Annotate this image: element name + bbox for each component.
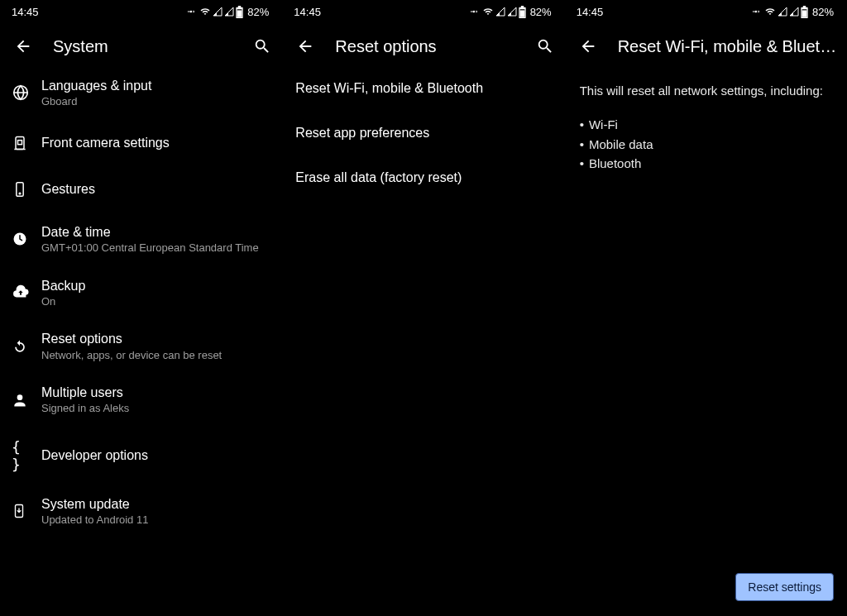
header: System (0, 23, 282, 66)
status-indicators: 82% (184, 6, 269, 18)
arrow-back-icon (579, 37, 597, 55)
restore-icon (12, 338, 28, 355)
item-title: Languages & input (41, 78, 151, 93)
header: Reset options (282, 23, 564, 66)
signal-1-icon (213, 7, 223, 17)
bullet-list: Wi-Fi Mobile data Bluetooth (565, 115, 847, 173)
svg-rect-3 (18, 140, 22, 144)
vpn-key-icon (467, 7, 481, 16)
cloud-upload-icon (12, 284, 30, 302)
front-camera-icon (12, 135, 28, 151)
status-indicators: 82% (467, 6, 552, 18)
option-reset-network[interactable]: Reset Wi-Fi, mobile & Bluetooth (282, 66, 564, 111)
status-bar: 14:45 82% (282, 0, 564, 23)
item-title: Date & time (41, 224, 259, 240)
item-title: Developer options (41, 447, 148, 463)
back-button[interactable] (295, 36, 315, 56)
signal-2-icon (507, 7, 517, 17)
arrow-back-icon (296, 37, 314, 55)
item-title: Gestures (41, 181, 95, 197)
item-system-update[interactable]: System update Updated to Android 11 (0, 485, 282, 538)
bullet-bluetooth: Bluetooth (580, 154, 832, 173)
svg-rect-11 (802, 10, 807, 17)
svg-point-8 (17, 394, 23, 400)
header: Reset Wi-Fi, mobile & Blueto… (565, 23, 847, 66)
item-sub: On (41, 295, 85, 308)
bullet-mobile-data: Mobile data (580, 135, 832, 154)
status-indicators: 82% (749, 6, 834, 18)
signal-2-icon (224, 7, 234, 17)
reset-settings-button[interactable]: Reset settings (735, 573, 834, 601)
svg-rect-0 (237, 10, 242, 17)
back-button[interactable] (13, 36, 33, 56)
item-sub: GMT+01:00 Central European Standard Time (41, 241, 259, 255)
svg-rect-10 (519, 10, 524, 17)
gestures-icon (12, 181, 28, 198)
search-button[interactable] (535, 36, 555, 56)
svg-rect-2 (16, 136, 24, 149)
signal-2-icon (789, 7, 799, 17)
screen-reset-network: 14:45 82% Reset Wi-Fi, mobile & Blueto… … (565, 0, 847, 616)
item-sub: Signed in as Aleks (41, 402, 129, 415)
battery-percent: 82% (530, 6, 552, 18)
item-languages-input[interactable]: Languages & input Gboard (0, 66, 282, 120)
intro-text: This will reset all network settings, in… (565, 81, 847, 100)
battery-percent: 82% (247, 6, 269, 18)
back-button[interactable] (578, 36, 598, 56)
option-factory-reset[interactable]: Erase all data (factory reset) (282, 155, 564, 200)
status-time: 14:45 (12, 6, 39, 18)
search-icon (253, 37, 271, 55)
item-title: Reset options (41, 331, 222, 346)
globe-icon (12, 84, 30, 102)
item-sub: Network, apps, or device can be reset (41, 349, 222, 362)
item-developer-options[interactable]: { } Developer options (0, 427, 282, 485)
signal-1-icon (778, 7, 787, 17)
page-title: System (53, 37, 232, 56)
settings-list: Languages & input Gboard Front camera se… (0, 66, 282, 616)
arrow-back-icon (14, 37, 32, 55)
wifi-icon (764, 7, 776, 17)
person-icon (12, 392, 28, 408)
item-title: Multiple users (41, 384, 129, 400)
screen-system: 14:45 82% System Languages & input Gboar… (0, 0, 282, 616)
signal-1-icon (495, 7, 505, 17)
page-title: Reset options (335, 37, 514, 56)
clock-icon (12, 231, 28, 247)
item-title: Backup (41, 278, 85, 294)
wifi-icon (482, 7, 494, 17)
svg-point-6 (19, 193, 21, 194)
wifi-icon (199, 7, 211, 17)
system-update-icon (12, 503, 26, 519)
status-time: 14:45 (577, 6, 604, 18)
battery-icon (236, 6, 243, 18)
status-bar: 14:45 82% (0, 0, 282, 23)
search-button[interactable] (252, 36, 272, 56)
page-title: Reset Wi-Fi, mobile & Blueto… (618, 37, 837, 56)
item-reset-options[interactable]: Reset options Network, apps, or device c… (0, 319, 282, 373)
option-reset-app-prefs[interactable]: Reset app preferences (282, 111, 564, 155)
item-title: Front camera settings (41, 135, 170, 150)
item-front-camera[interactable]: Front camera settings (0, 120, 282, 166)
item-title: System update (41, 496, 148, 512)
item-backup[interactable]: Backup On (0, 266, 282, 320)
status-bar: 14:45 82% (565, 0, 847, 23)
bullet-wifi: Wi-Fi (580, 115, 832, 134)
item-gestures[interactable]: Gestures (0, 166, 282, 212)
item-sub: Gboard (41, 95, 151, 108)
item-date-time[interactable]: Date & time GMT+01:00 Central European S… (0, 212, 282, 266)
item-multiple-users[interactable]: Multiple users Signed in as Aleks (0, 373, 282, 427)
vpn-key-icon (184, 7, 198, 16)
screen-reset-options: 14:45 82% Reset options Reset Wi-Fi, mob… (282, 0, 564, 616)
search-icon (536, 37, 554, 55)
battery-icon (519, 6, 526, 18)
status-time: 14:45 (294, 6, 321, 18)
reset-options-list: Reset Wi-Fi, mobile & Bluetooth Reset ap… (282, 66, 564, 616)
braces-icon: { } (12, 438, 41, 473)
vpn-key-icon (749, 7, 763, 16)
item-sub: Updated to Android 11 (41, 513, 148, 527)
battery-icon (801, 6, 808, 18)
battery-percent: 82% (812, 6, 834, 18)
